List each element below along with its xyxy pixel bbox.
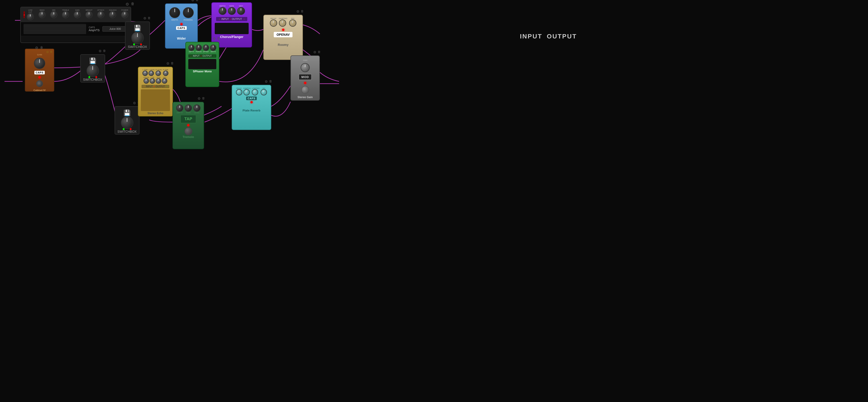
gear-icon[interactable]: ⚙: [197, 97, 200, 101]
stereo-gain-knob-label: GAIN: [303, 59, 307, 61]
knob-echo-lfb[interactable]: [150, 78, 155, 84]
knob-pr-decay[interactable]: [236, 89, 242, 95]
cf-rate-label: RATE: [228, 5, 236, 7]
switchbox3-save-icon: 💾: [123, 110, 131, 117]
gear-icon[interactable]: ⚙: [133, 101, 136, 105]
knob-roomy-decay[interactable]: [270, 20, 277, 27]
cabinet-iv-icons: ⚙ 🗑: [35, 46, 43, 50]
knob-tremolo-depth[interactable]: [176, 104, 183, 112]
sphaser-io-bar: → INPUT ● OUTPUT →: [188, 54, 216, 58]
gear-icon[interactable]: ⚙: [191, 0, 194, 2]
gear-icon[interactable]: ⚙: [246, 0, 248, 1]
gear-icon[interactable]: ⚙: [296, 9, 299, 13]
knob-wider-panning[interactable]: [183, 7, 194, 18]
knob-lowcut[interactable]: [27, 13, 34, 20]
knob-tremolo-rate[interactable]: [185, 104, 192, 112]
trash-icon[interactable]: 🗑: [217, 37, 220, 41]
knob-pr-mix[interactable]: [260, 89, 267, 95]
knob-stereo-gain-2[interactable]: [301, 86, 309, 94]
led-cabinet: [38, 76, 41, 79]
knob-cf-wet[interactable]: [237, 7, 245, 15]
knob-label-lowcut: LOW CUT: [27, 9, 34, 13]
gear-icon[interactable]: ⚙: [46, 50, 49, 54]
switchbox-3-label: SWITCHBOX: [118, 130, 137, 133]
gear-icon[interactable]: ⚙: [166, 62, 169, 66]
gear-icon[interactable]: ⚙: [143, 16, 146, 20]
knob-cabinet-gain[interactable]: [34, 58, 45, 69]
trash-icon[interactable]: 🗑: [195, 0, 198, 2]
echo-ltime-label: L-TIME: [143, 69, 148, 70]
knob-cabinet-2[interactable]: [36, 80, 43, 87]
knob-squash[interactable]: [109, 11, 116, 18]
led-plate-reverb: [250, 101, 253, 103]
knob-tremolo-level[interactable]: [193, 104, 200, 112]
amp-preset[interactable]: Juice 800: [102, 26, 128, 32]
sphaser-depth-label: DEPTH: [188, 51, 195, 53]
gear-icon[interactable]: ⚙: [213, 37, 216, 41]
gear-icon[interactable]: ⚙: [265, 80, 268, 84]
knob-echo-llevel[interactable]: [149, 70, 154, 76]
knob-switchbox1[interactable]: [87, 64, 99, 77]
knob-echo-rtime[interactable]: [163, 70, 168, 76]
knob-attack[interactable]: [97, 11, 104, 18]
cabinet-gain-label: GAIN: [37, 54, 42, 56]
knob-mid[interactable]: [50, 11, 57, 18]
gear-icon[interactable]: ⚙: [125, 2, 129, 7]
knob-roomy-mix[interactable]: [289, 20, 296, 27]
trash-icon[interactable]: 🗑: [250, 0, 253, 1]
knob-echo-ltime[interactable]: [143, 70, 148, 76]
trash-icon[interactable]: 🗑: [301, 9, 304, 13]
knob-roomy-damping[interactable]: [279, 20, 286, 27]
trash-icon[interactable]: 🗑: [148, 16, 151, 20]
trash-icon[interactable]: 🗑: [269, 80, 272, 84]
knob-echo-rlevel[interactable]: [156, 70, 161, 76]
knob-treble[interactable]: [62, 11, 69, 18]
knob-pr-damping[interactable]: [243, 89, 250, 95]
trash-icon[interactable]: 🗑: [50, 50, 53, 54]
knob-pr-lowpass[interactable]: [252, 89, 258, 95]
trash-icon[interactable]: 🗑: [202, 97, 205, 101]
trash-icon[interactable]: 🗑: [103, 49, 106, 53]
knob-sphaser-width[interactable]: [210, 44, 216, 51]
echo-input-label: INPUT: [146, 85, 153, 88]
knob-tremolo-tap[interactable]: [184, 127, 192, 135]
knob-power[interactable]: [121, 11, 128, 18]
trash-icon[interactable]: 🗑: [170, 62, 174, 66]
knob-echo-cross[interactable]: [144, 78, 149, 84]
knob-wider-width[interactable]: [169, 7, 180, 18]
echo-lfb-label: L-FB: [150, 76, 155, 78]
knob-switchbox3[interactable]: [121, 117, 133, 129]
knob-echo-rfb[interactable]: [156, 78, 161, 84]
knob-bright[interactable]: [86, 11, 93, 18]
knob-echo-dry[interactable]: [162, 78, 167, 84]
knob-gain[interactable]: [74, 11, 81, 18]
io-header: INPUT OUTPUT: [520, 33, 577, 40]
gear-icon[interactable]: ⚙: [98, 49, 101, 53]
gear-icon[interactable]: ⚙: [35, 46, 38, 50]
wider-caps-badge: CAPS: [176, 26, 187, 30]
cf-output-label: OUTPUT: [232, 18, 242, 20]
trash-icon[interactable]: 🗑: [40, 46, 43, 50]
knob-stereo-gain[interactable]: [301, 63, 310, 72]
knob-cf-depth[interactable]: [219, 7, 226, 15]
knob-sphaser-period[interactable]: [195, 44, 202, 51]
gear-icon[interactable]: ⚙: [313, 50, 316, 54]
amp-brand: CAPS: [89, 26, 100, 29]
knob-label-mid: MID: [50, 9, 57, 11]
knob-cf-rate[interactable]: [228, 7, 236, 15]
knob-switchbox2[interactable]: [131, 32, 144, 44]
sphaser-input-label: INPUT: [193, 55, 199, 57]
knob-sphaser-depth[interactable]: [188, 44, 195, 51]
cf-wet-label: WET: [237, 5, 245, 7]
echo-name: Stereo Echo: [147, 112, 163, 116]
wire-canvas: [0, 0, 868, 402]
sphaser-name: SPhaser Mono: [193, 70, 212, 73]
trash-icon[interactable]: 🗑: [318, 50, 320, 54]
knob-sphaser-offset[interactable]: [203, 44, 209, 51]
plate-reverb-pedal: ⚙ 🗑 DECAY DAMPING LOWPASS MIX CAPS Plate…: [232, 85, 271, 130]
trash-icon[interactable]: 🗑: [131, 2, 134, 7]
knob-bass[interactable]: [38, 11, 46, 18]
tap-badge[interactable]: TAP: [180, 115, 196, 123]
echo-rfb-label: R-FB: [156, 76, 161, 78]
pr-name: Plate Reverb: [243, 109, 260, 112]
